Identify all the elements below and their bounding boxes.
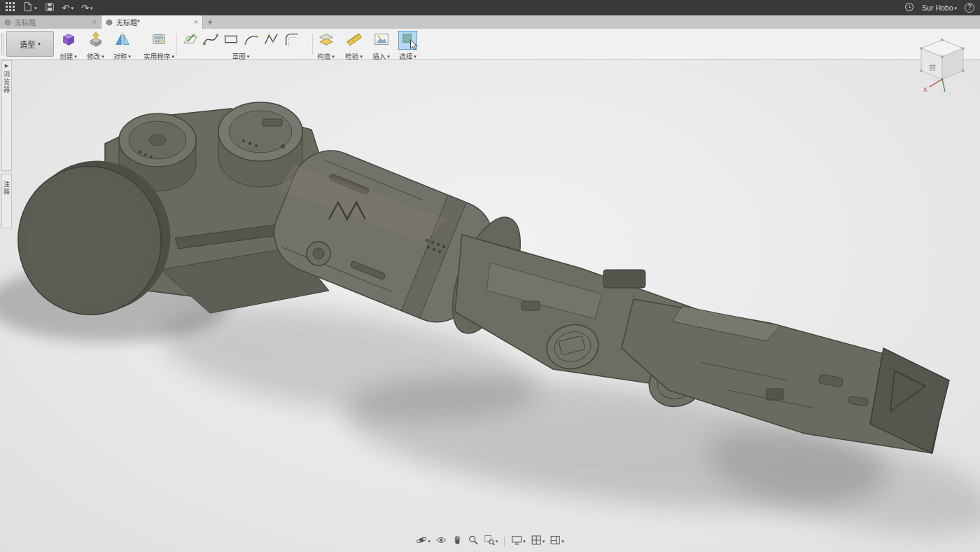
document-tab-1[interactable]: 无标题 × bbox=[0, 15, 102, 29]
viewcube-graphic: 前 X bbox=[910, 32, 974, 97]
sketch-dropdown[interactable]: 草图 ▾ bbox=[232, 51, 250, 61]
arc-icon bbox=[243, 31, 260, 50]
select-dropdown[interactable]: 选择 ▾ bbox=[399, 51, 416, 61]
dropdown-caret: ▾ bbox=[172, 54, 174, 59]
group-label: 对称 bbox=[113, 51, 127, 61]
browser-panel-collapsed[interactable]: ▶ 浏览器 bbox=[1, 60, 12, 171]
dropdown-caret: ▾ bbox=[414, 54, 416, 59]
select-tool-button[interactable] bbox=[398, 31, 417, 50]
user-account-button[interactable]: Sur Hobo ▾ bbox=[922, 0, 957, 15]
comments-panel-label: 注释 bbox=[2, 181, 11, 196]
undo-button[interactable]: ↶ ▾ bbox=[62, 0, 74, 15]
user-name: Sur Hobo bbox=[922, 4, 953, 12]
construct-tool-button[interactable] bbox=[316, 31, 335, 50]
titlebar-left: ▾ ↶ ▾ ↷ ▾ bbox=[6, 0, 92, 15]
tab-title: 无标题* bbox=[116, 17, 190, 27]
fillet-icon bbox=[284, 31, 300, 50]
construct-dropdown[interactable]: 构造 ▾ bbox=[317, 51, 335, 61]
group-label: 插入 bbox=[372, 51, 386, 61]
display-settings-button[interactable]: ▾ bbox=[510, 534, 527, 548]
orbit-button[interactable]: ▾ bbox=[414, 534, 432, 548]
dropdown-caret: ▾ bbox=[102, 54, 104, 59]
create-tool-button[interactable] bbox=[59, 31, 78, 50]
dropdown-caret: ▾ bbox=[496, 539, 498, 544]
fusion-window: ▾ ↶ ▾ ↷ ▾ Sur Hobo bbox=[0, 0, 980, 552]
dropdown-caret: ▾ bbox=[34, 6, 37, 11]
create-sketch-button[interactable] bbox=[181, 31, 200, 50]
zoom-button[interactable] bbox=[466, 534, 480, 548]
group-label: 创建 bbox=[59, 51, 73, 61]
viewcube[interactable]: 前 X bbox=[910, 32, 974, 97]
toolbar-group-insert: 插入 ▾ bbox=[372, 31, 391, 61]
save-button[interactable] bbox=[45, 0, 55, 15]
display-settings-icon bbox=[511, 534, 522, 548]
group-label: 构造 bbox=[317, 51, 330, 61]
file-menu-button[interactable]: ▾ bbox=[22, 0, 37, 15]
create-dropdown[interactable]: 创建 ▾ bbox=[59, 51, 77, 61]
save-icon bbox=[45, 2, 55, 14]
pan-button[interactable] bbox=[450, 534, 464, 548]
new-document-tab-button[interactable]: + bbox=[203, 15, 217, 29]
press-pull-icon bbox=[88, 31, 104, 50]
symmetry-tool-button[interactable] bbox=[113, 31, 132, 50]
dropdown-caret: ▾ bbox=[332, 54, 335, 59]
toolbar-group-utilities: 实用程序 ▾ bbox=[139, 31, 178, 61]
insert-dropdown[interactable]: 插入 ▾ bbox=[372, 51, 390, 61]
toolbar-grip[interactable] bbox=[1, 33, 4, 55]
toolbar-group-inspect: 检验 ▾ bbox=[344, 31, 363, 61]
rectangle-tool-button[interactable] bbox=[221, 31, 240, 50]
dropdown-caret: ▾ bbox=[387, 54, 390, 59]
arc-tool-button[interactable] bbox=[241, 31, 260, 50]
group-label: 检验 bbox=[345, 51, 358, 61]
mouse-cursor-icon bbox=[410, 39, 419, 52]
fillet-tool-button[interactable] bbox=[282, 31, 301, 50]
workspace-label: 造型 bbox=[20, 39, 35, 50]
help-button[interactable]: ? bbox=[965, 3, 974, 13]
pan-hand-icon bbox=[451, 534, 463, 548]
group-label: 修改 bbox=[87, 51, 100, 61]
notifications-button[interactable] bbox=[904, 0, 914, 15]
dropdown-caret: ▾ bbox=[561, 539, 564, 544]
document-tab-2[interactable]: 无标题* × bbox=[102, 15, 203, 29]
viewports-button[interactable]: ▾ bbox=[548, 534, 566, 548]
tab-close-button[interactable]: × bbox=[92, 18, 97, 26]
browser-panel-label: 浏览器 bbox=[2, 71, 11, 94]
toolbar-group-create: 创建 ▾ bbox=[59, 31, 78, 61]
polyline-tool-button[interactable] bbox=[262, 31, 281, 50]
titlebar: ▾ ↶ ▾ ↷ ▾ Sur Hobo bbox=[0, 0, 980, 15]
grid-snaps-button[interactable]: ▾ bbox=[529, 534, 547, 548]
utilities-tool-button[interactable] bbox=[150, 31, 169, 50]
toolbar-separator bbox=[312, 34, 313, 55]
app-grid-button[interactable] bbox=[6, 0, 15, 15]
robot-arm-model bbox=[0, 60, 980, 552]
look-at-button[interactable] bbox=[434, 534, 448, 548]
tab-close-button[interactable]: × bbox=[194, 18, 198, 26]
comments-panel-collapsed[interactable]: 注释 bbox=[1, 174, 12, 228]
zoom-window-button[interactable]: ▾ bbox=[482, 534, 500, 548]
toolbar-group-sketch: 草图 ▾ bbox=[181, 31, 301, 61]
clock-icon bbox=[904, 2, 914, 14]
utilities-dropdown[interactable]: 实用程序 ▾ bbox=[144, 51, 174, 61]
rectangle-icon bbox=[223, 31, 239, 50]
viewports-icon bbox=[550, 534, 561, 548]
symmetry-dropdown[interactable]: 对称 ▾ bbox=[113, 51, 131, 61]
document-tabbar: 无标题 × 无标题* × + bbox=[0, 15, 980, 29]
inspect-dropdown[interactable]: 检验 ▾ bbox=[345, 51, 363, 61]
dropdown-caret: ▾ bbox=[74, 54, 77, 59]
redo-button[interactable]: ↷ ▾ bbox=[81, 0, 92, 15]
model-canvas[interactable]: ▾ ▾ bbox=[0, 60, 980, 552]
spline-tool-button[interactable] bbox=[201, 31, 220, 50]
ribbon-toolbar: 造型 ▾ 创建 ▾ bbox=[0, 29, 980, 60]
expand-panel-icon: ▶ bbox=[5, 63, 8, 69]
workspace-selector[interactable]: 造型 ▾ bbox=[6, 31, 54, 57]
insert-tool-button[interactable] bbox=[372, 31, 391, 50]
toolbar-group-select: 选择 ▾ bbox=[398, 31, 417, 61]
inspect-tool-button[interactable] bbox=[344, 31, 363, 50]
insert-canvas-icon bbox=[373, 31, 390, 50]
look-at-icon bbox=[435, 534, 447, 548]
dropdown-caret: ▾ bbox=[38, 41, 41, 46]
modify-tool-button[interactable] bbox=[86, 31, 105, 50]
viewcube-front-face-label[interactable]: 前 bbox=[929, 63, 936, 71]
zoom-window-icon bbox=[484, 534, 495, 548]
modify-dropdown[interactable]: 修改 ▾ bbox=[87, 51, 104, 61]
